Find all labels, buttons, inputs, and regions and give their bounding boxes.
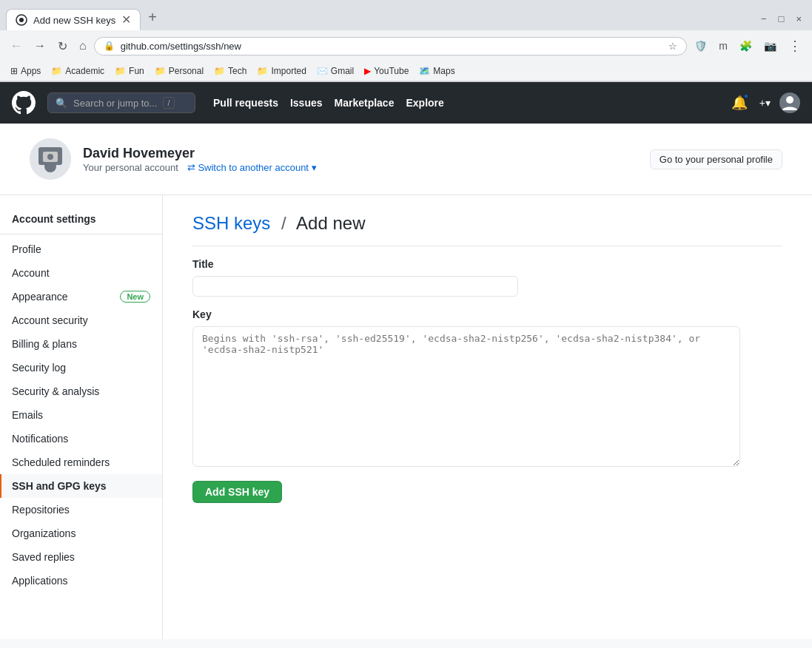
notification-dot [743, 93, 749, 99]
nav-pull-requests[interactable]: Pull requests [213, 97, 278, 109]
sidebar-item-scheduled-reminders[interactable]: Scheduled reminders [0, 450, 162, 474]
nav-explore[interactable]: Explore [406, 97, 443, 109]
github-header: 🔍 Search or jump to... / Pull requests I… [0, 82, 812, 124]
add-ssh-key-button[interactable]: Add SSH key [192, 481, 282, 503]
reload-button[interactable]: ↻ [53, 36, 72, 56]
title-input[interactable] [192, 276, 518, 297]
browser-tab[interactable]: Add new SSH keys ✕ [6, 9, 141, 30]
key-textarea[interactable] [192, 326, 740, 467]
forward-button[interactable]: → [30, 36, 50, 55]
sidebar-item-security-log[interactable]: Security log [0, 356, 162, 379]
nav-marketplace[interactable]: Marketplace [335, 97, 395, 109]
sidebar-item-ssh-gpg-keys[interactable]: SSH and GPG keys [0, 474, 162, 498]
search-icon: 🔍 [56, 98, 67, 109]
sidebar-item-emails[interactable]: Emails [0, 403, 162, 427]
folder-tech-icon: 📁 [214, 66, 225, 76]
apps-icon: ⊞ [10, 66, 18, 76]
svg-point-5 [44, 161, 56, 172]
svg-point-7 [47, 154, 53, 160]
title-field-group: Title [192, 258, 782, 297]
bookmark-gmail[interactable]: ✉️ Gmail [312, 64, 358, 78]
bookmark-personal[interactable]: 📁 Personal [150, 64, 208, 78]
title-label: Title [192, 258, 782, 270]
bookmark-maps[interactable]: 🗺️ Maps [415, 64, 459, 78]
bookmark-tech[interactable]: 📁 Tech [209, 64, 251, 78]
address-bar[interactable]: 🔒 ☆ [94, 37, 688, 55]
bookmarks-bar: ⊞ Apps 📁 Academic 📁 Fun 📁 Personal 📁 Tec… [0, 61, 812, 81]
sidebar-item-billing[interactable]: Billing & plans [0, 332, 162, 356]
breadcrumb-current: Add new [296, 213, 365, 233]
breadcrumb-separator: / [281, 213, 286, 233]
bookmark-imported[interactable]: 📁 Imported [252, 64, 310, 78]
tab-title: Add new SSH keys [33, 15, 115, 26]
sidebar-item-repositories[interactable]: Repositories [0, 498, 162, 522]
user-avatar[interactable] [779, 92, 800, 113]
bookmark-academic[interactable]: 📁 Academic [47, 64, 109, 78]
profile-btn[interactable]: m [714, 37, 732, 55]
settings-layout: Account settings Profile Account Appeara… [0, 195, 812, 639]
go-to-profile-button[interactable]: Go to your personal profile [650, 149, 782, 169]
extensions-security-btn[interactable]: 🛡️ [690, 37, 711, 55]
lock-icon: 🔒 [104, 41, 115, 51]
user-info: David Hovemeyer Your personal account ⇄ … [83, 146, 317, 173]
maximize-button[interactable]: □ [774, 10, 789, 27]
tab-close-btn[interactable]: ✕ [121, 14, 131, 26]
github-logo[interactable] [12, 91, 36, 115]
header-right: 🔔 +▾ [728, 92, 800, 114]
page-content: David Hovemeyer Your personal account ⇄ … [0, 124, 812, 639]
minimize-button[interactable]: − [756, 10, 771, 27]
back-button[interactable]: ← [6, 36, 27, 55]
folder-personal-icon: 📁 [155, 66, 166, 76]
sidebar-item-applications[interactable]: Applications [0, 569, 162, 593]
more-btn[interactable]: ⋮ [784, 35, 806, 57]
notifications-btn[interactable]: 🔔 [728, 92, 751, 114]
sidebar-item-organizations[interactable]: Organizations [0, 522, 162, 545]
bookmark-star-icon[interactable]: ☆ [668, 41, 677, 52]
address-input[interactable] [121, 41, 663, 52]
user-header: David Hovemeyer Your personal account ⇄ … [0, 124, 812, 195]
account-type-label: Your personal account [83, 162, 178, 173]
search-shortcut: / [163, 97, 174, 109]
appearance-new-badge: New [120, 291, 150, 303]
sidebar-item-appearance[interactable]: Appearance New [0, 285, 162, 308]
user-name: David Hovemeyer [83, 146, 317, 161]
bookmark-apps[interactable]: ⊞ Apps [6, 64, 45, 78]
bookmark-fun[interactable]: 📁 Fun [110, 64, 149, 78]
extensions-btn[interactable]: 🧩 [735, 37, 756, 55]
bookmark-youtube[interactable]: ▶ YouTube [360, 64, 413, 78]
sidebar-heading: Account settings [0, 207, 162, 231]
home-button[interactable]: ⌂ [75, 36, 91, 55]
sidebar-item-security-analysis[interactable]: Security & analysis [0, 379, 162, 403]
sidebar-item-account-security[interactable]: Account security [0, 308, 162, 332]
svg-point-1 [19, 18, 24, 22]
folder-imported-icon: 📁 [257, 66, 268, 76]
switch-account-link[interactable]: ⇄ Switch to another account ▾ [187, 162, 317, 173]
sidebar-item-account[interactable]: Account [0, 261, 162, 285]
search-bar[interactable]: 🔍 Search or jump to... / [47, 92, 195, 113]
maps-icon: 🗺️ [419, 66, 430, 76]
new-tab-button[interactable]: + [142, 6, 163, 29]
key-field-group: Key [192, 308, 782, 469]
screenshot-btn[interactable]: 📷 [759, 37, 781, 55]
gmail-icon: ✉️ [317, 66, 328, 76]
folder-academic-icon: 📁 [51, 66, 62, 76]
nav-issues[interactable]: Issues [290, 97, 323, 109]
folder-fun-icon: 📁 [115, 66, 126, 76]
sidebar: Account settings Profile Account Appeara… [0, 195, 163, 639]
key-label: Key [192, 308, 782, 320]
ssh-keys-breadcrumb-link[interactable]: SSH keys [192, 213, 270, 233]
main-content: SSH keys / Add new Title Key Add SSH key [163, 195, 812, 639]
svg-point-2 [786, 96, 793, 104]
tab-favicon [16, 14, 27, 26]
user-profile-avatar [30, 138, 71, 180]
close-button[interactable]: × [791, 10, 806, 27]
sidebar-item-notifications[interactable]: Notifications [0, 427, 162, 450]
sidebar-item-profile[interactable]: Profile [0, 237, 162, 261]
create-btn[interactable]: +▾ [756, 94, 774, 112]
youtube-icon: ▶ [364, 66, 371, 76]
main-nav: Pull requests Issues Marketplace Explore [213, 97, 444, 109]
breadcrumb: SSH keys / Add new [192, 213, 782, 234]
sidebar-item-saved-replies[interactable]: Saved replies [0, 545, 162, 569]
